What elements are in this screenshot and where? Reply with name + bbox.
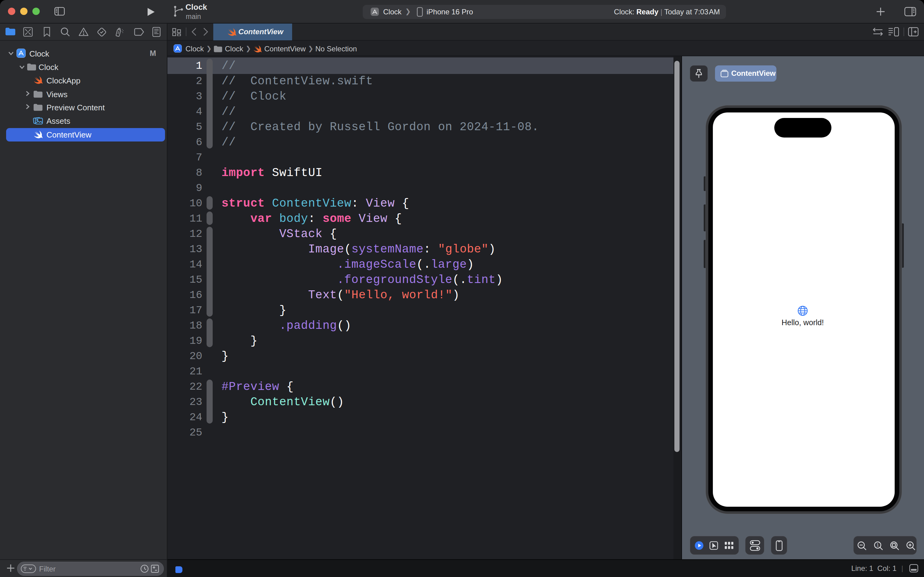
svg-text:1: 1 [877,543,879,547]
